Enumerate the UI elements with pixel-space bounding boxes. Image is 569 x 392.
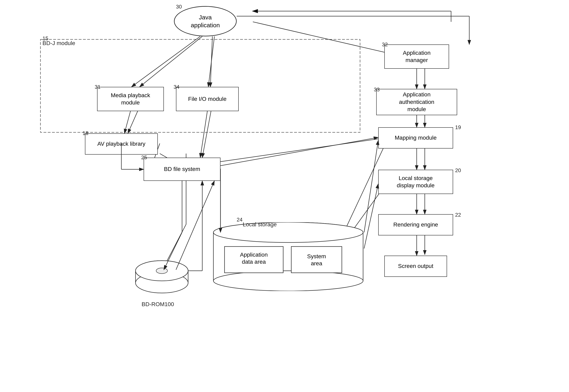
rendering-engine-node: Rendering engine	[378, 214, 453, 235]
label-34: 34	[174, 84, 180, 90]
svg-rect-35	[291, 247, 342, 273]
svg-line-52	[124, 111, 131, 133]
svg-text:System: System	[307, 253, 326, 259]
svg-line-62	[364, 184, 378, 249]
label-15: 15	[43, 35, 48, 42]
file-io-node: File I/O module	[176, 87, 239, 111]
label-31: 31	[95, 84, 101, 90]
svg-line-7	[128, 109, 138, 133]
svg-point-31	[213, 222, 363, 242]
screen-output-node: Screen output	[384, 256, 447, 277]
svg-line-58	[176, 181, 214, 270]
svg-line-45	[132, 36, 200, 87]
app-auth-node: Applicationauthenticationmodule	[376, 89, 457, 115]
java-app-node: Java application	[174, 6, 237, 36]
svg-point-30	[213, 271, 363, 291]
svg-line-46	[208, 36, 214, 87]
svg-line-11	[202, 109, 211, 158]
svg-line-5	[140, 36, 202, 87]
java-app-label: Java application	[191, 13, 220, 29]
svg-line-60	[221, 137, 378, 166]
label-24: 24	[237, 217, 242, 223]
label-20: 20	[455, 167, 461, 174]
media-playback-node: Media playbackmodule	[97, 87, 164, 111]
label-22: 22	[455, 212, 461, 218]
svg-line-61	[364, 140, 378, 232]
label-18: 18	[83, 130, 88, 136]
label-30: 30	[176, 4, 182, 10]
bd-filesystem-node: BD file system	[144, 158, 221, 181]
svg-text:data area: data area	[242, 259, 266, 265]
label-33: 33	[374, 86, 380, 93]
app-manager-node: Applicationmanager	[384, 44, 449, 69]
svg-line-23	[221, 137, 388, 162]
local-storage-label: Local storage	[243, 221, 277, 228]
label-25: 25	[141, 154, 147, 161]
local-storage-display-node: Local storagedisplay module	[378, 170, 453, 194]
svg-point-43	[156, 268, 167, 274]
bd-rom-label: BD-ROM100	[142, 301, 174, 308]
svg-text:Application: Application	[240, 252, 268, 258]
label-19: 19	[455, 124, 461, 130]
svg-text:area: area	[311, 260, 322, 266]
svg-line-55	[200, 111, 207, 158]
label-32: 32	[382, 42, 388, 48]
svg-line-3	[253, 22, 394, 55]
mapping-module-node: Mapping module	[378, 127, 453, 149]
av-library-node: AV playback library	[85, 133, 158, 154]
svg-rect-2	[41, 39, 360, 132]
svg-line-6	[210, 36, 212, 87]
